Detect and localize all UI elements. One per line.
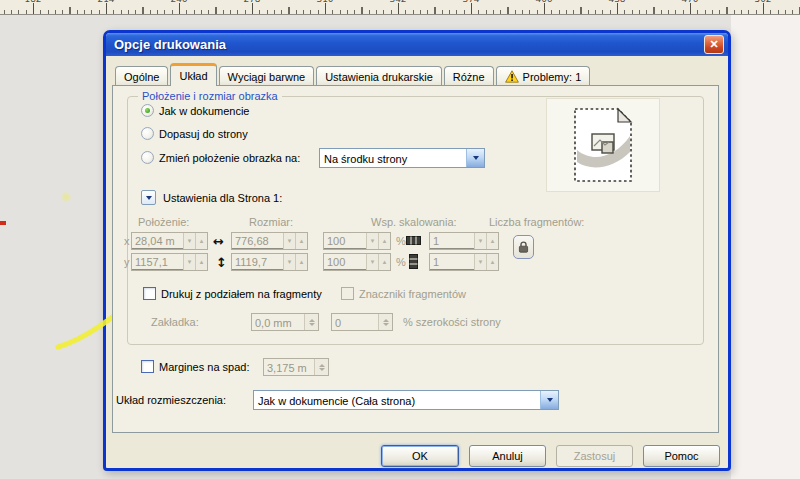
tab-ustawienia-drukarskie[interactable]: Ustawienia drukarskie bbox=[316, 66, 442, 86]
chevron-down-icon: ▾ bbox=[371, 237, 375, 245]
scale-height-field: 100 ▾ ▴ bbox=[323, 253, 391, 271]
imposition-layout-combobox[interactable]: Jak w dokumencie (Cała strona) bbox=[253, 390, 559, 410]
page-preview-box bbox=[546, 98, 660, 192]
scale-width-field: 100 ▾ ▴ bbox=[323, 232, 391, 250]
chevron-up-icon: ▴ bbox=[383, 258, 387, 266]
print-tiled-pages-label: Drukuj z podziałem na fragmenty bbox=[161, 288, 322, 300]
position-x-field: 28,04 m ▾ ▴ bbox=[131, 232, 208, 250]
tile-overlap-field: 0,0 mm bbox=[251, 313, 319, 331]
spinner-buttons bbox=[304, 314, 318, 330]
tiles-x-field: 1 ▾ ▴ bbox=[429, 232, 499, 250]
percent-label: % bbox=[396, 235, 406, 247]
radio-fit-to-page[interactable] bbox=[141, 127, 154, 140]
radio-label: Dopasuj do strony bbox=[159, 128, 248, 140]
tab-label: Układ bbox=[179, 70, 207, 82]
tab-problemy[interactable]: Problemy: 1 bbox=[496, 66, 591, 86]
warning-icon bbox=[505, 70, 519, 83]
field-up-button: ▴ bbox=[195, 233, 207, 249]
combobox-dropdown-button[interactable] bbox=[466, 149, 484, 167]
groupbox-caption: Położenie i rozmiar obrazka bbox=[138, 90, 282, 102]
print-tiled-pages-checkbox[interactable] bbox=[143, 287, 156, 300]
spin-down-icon bbox=[319, 368, 325, 371]
bleed-limit-field: 3,175 m bbox=[263, 358, 329, 376]
scale-width-value: 100 bbox=[324, 233, 366, 249]
x-label: x bbox=[124, 235, 130, 247]
tab-label: Ogólne bbox=[124, 71, 159, 83]
imposition-layout-label: Układ rozmieszczenia: bbox=[116, 394, 226, 406]
tile-overlap-label: Zakładka: bbox=[151, 316, 199, 328]
chevron-up-icon: ▴ bbox=[491, 237, 495, 245]
spin-up-icon bbox=[319, 364, 325, 367]
imposition-layout-value: Jak w dokumencie (Cała strona) bbox=[254, 391, 540, 409]
dialog-title: Opcje drukowania bbox=[114, 37, 226, 52]
chevron-down-icon: ▾ bbox=[479, 237, 483, 245]
chevron-up-icon: ▴ bbox=[383, 237, 387, 245]
ruler-major-ticks bbox=[0, 3, 800, 14]
help-button[interactable]: Pomoc bbox=[643, 445, 720, 467]
close-button[interactable]: ✕ bbox=[704, 35, 724, 54]
field-down-button: ▾ bbox=[474, 254, 486, 270]
vertical-arrow-icon: ↕ bbox=[216, 256, 227, 269]
field-down-button: ▾ bbox=[474, 233, 486, 249]
dialog-titlebar: Opcje drukowania bbox=[106, 33, 728, 56]
canvas-background bbox=[731, 15, 800, 479]
ok-button[interactable]: OK bbox=[381, 445, 459, 467]
bleed-limit-checkbox[interactable] bbox=[141, 360, 154, 373]
tab-rozne[interactable]: Różne bbox=[444, 66, 494, 86]
radio-as-in-document[interactable] bbox=[141, 104, 154, 117]
tile-overlap-percent-value: 0 bbox=[332, 314, 378, 330]
chevron-down-icon: ▾ bbox=[288, 237, 292, 245]
tab-ogolne[interactable]: Ogólne bbox=[115, 66, 168, 86]
cancel-button[interactable]: Anuluj bbox=[469, 445, 546, 467]
apply-button: Zastosuj bbox=[556, 445, 633, 467]
lock-icon bbox=[518, 241, 529, 253]
field-up-button: ▴ bbox=[486, 254, 498, 270]
column-scale-label: Wsp. skalowania: bbox=[371, 216, 457, 228]
radio-reposition-image[interactable] bbox=[141, 151, 154, 164]
size-width-value: 776,68 bbox=[232, 233, 283, 249]
tiles-y-value: 1 bbox=[430, 254, 474, 270]
ruler-number: 406 bbox=[535, 0, 552, 4]
lock-ratio-button[interactable] bbox=[513, 235, 534, 259]
red-edge-mark bbox=[0, 221, 6, 225]
radio-label: Jak w dokumencie bbox=[159, 105, 250, 117]
tab-label: Ustawienia drukarskie bbox=[325, 71, 433, 83]
tab-wyciagi-barwne[interactable]: Wyciągi barwne bbox=[219, 66, 315, 86]
ruler-number: 470 bbox=[681, 0, 698, 4]
ruler-number: 374 bbox=[462, 0, 479, 4]
chevron-down-icon: ▾ bbox=[188, 258, 192, 266]
chevron-up-icon: ▴ bbox=[200, 237, 204, 245]
chevron-down-icon bbox=[146, 196, 152, 200]
help-button-label: Pomoc bbox=[664, 450, 698, 462]
field-up-button: ▴ bbox=[378, 233, 390, 249]
ruler-number: 310 bbox=[316, 0, 333, 4]
ruler-number: 182 bbox=[24, 0, 41, 4]
position-combobox[interactable]: Na środku strony bbox=[319, 148, 485, 168]
page-settings-expander-button[interactable] bbox=[141, 190, 156, 205]
bleed-limit-label: Margines na spad: bbox=[159, 361, 250, 373]
tab-label: Wyciągi barwne bbox=[228, 71, 306, 83]
ruler-number: 342 bbox=[389, 0, 406, 4]
size-height-value: 1119,7 bbox=[232, 254, 283, 270]
spin-up-icon bbox=[383, 319, 389, 322]
field-up-button: ▴ bbox=[295, 254, 307, 270]
field-down-button: ▾ bbox=[183, 233, 195, 249]
combobox-dropdown-button[interactable] bbox=[540, 391, 558, 409]
tile-vertical-icon bbox=[409, 254, 418, 269]
column-size-label: Rozmiar: bbox=[249, 216, 293, 228]
page-settings-label: Ustawienia dla Strona 1: bbox=[163, 192, 282, 204]
position-y-field: 1157,1 ▾ ▴ bbox=[131, 253, 208, 271]
tile-overlap-percent-field: 0 bbox=[331, 313, 393, 331]
bleed-limit-value: 3,175 m bbox=[264, 359, 314, 375]
field-up-button: ▴ bbox=[486, 233, 498, 249]
column-position-label: Położenie: bbox=[138, 216, 189, 228]
ruler-number: 214 bbox=[97, 0, 114, 4]
tile-overlap-value: 0,0 mm bbox=[252, 314, 304, 330]
chevron-down-icon: ▾ bbox=[371, 258, 375, 266]
chevron-down-icon: ▾ bbox=[188, 237, 192, 245]
spin-down-icon bbox=[309, 323, 315, 326]
field-down-button: ▾ bbox=[366, 254, 378, 270]
tab-uklad[interactable]: Układ bbox=[170, 63, 216, 86]
chevron-down-icon: ▾ bbox=[288, 258, 292, 266]
field-up-button: ▴ bbox=[295, 233, 307, 249]
